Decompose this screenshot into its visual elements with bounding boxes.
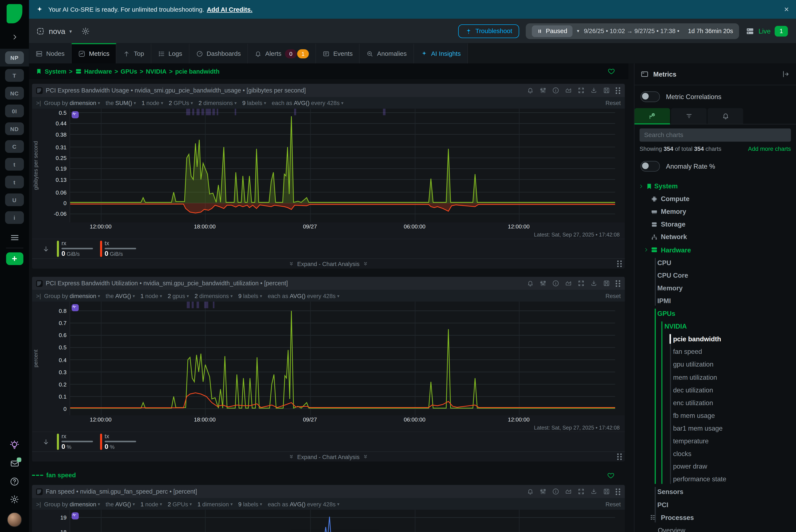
add-more-charts-link[interactable]: Add more charts bbox=[748, 146, 791, 152]
toolbar-chip[interactable]: Group by dimension▾ bbox=[44, 501, 100, 507]
chart-plot[interactable] bbox=[70, 109, 625, 222]
chart-plot[interactable]: Sat, Sep 27, 2025 • 17:42:08 bbox=[70, 510, 625, 532]
toolbar-chip[interactable]: the AVG()▾ bbox=[106, 293, 135, 299]
resize-handle-icon[interactable] bbox=[617, 454, 622, 460]
rail-node-6[interactable]: t bbox=[0, 155, 29, 173]
toolbar-chip[interactable]: 1 node▾ bbox=[142, 100, 163, 106]
toolbar-chip[interactable]: 9 labels▾ bbox=[238, 501, 262, 507]
tab-events[interactable]: Events bbox=[316, 43, 360, 63]
favorite-heart-icon[interactable] bbox=[608, 68, 615, 75]
toolbar-chip[interactable]: 2 GPUs▾ bbox=[169, 100, 193, 106]
tree-item-gpu-utilization[interactable]: gpu utilization bbox=[634, 358, 796, 371]
toolbar-chip[interactable]: the AVG()▾ bbox=[106, 501, 135, 507]
live-status[interactable]: Live 1 bbox=[746, 26, 788, 36]
tree-item-gpus[interactable]: GPUs bbox=[634, 307, 796, 320]
tree-item-network[interactable]: Network bbox=[634, 231, 796, 244]
tree-item-cpu[interactable]: CPU bbox=[634, 256, 796, 269]
reset-button[interactable]: Reset bbox=[606, 100, 621, 106]
tree-item-pcie-bandwidth[interactable]: pcie bandwidth bbox=[634, 332, 796, 345]
netdata-logo[interactable] bbox=[6, 4, 22, 23]
rail-node-0[interactable]: NP bbox=[0, 49, 29, 66]
crumb-2[interactable]: GPUs bbox=[121, 68, 137, 75]
toolbar-chip[interactable]: 9 labels▾ bbox=[238, 293, 262, 299]
rail-menu-icon[interactable] bbox=[10, 232, 20, 243]
rail-node-1[interactable]: T bbox=[0, 66, 29, 84]
tab-metrics[interactable]: Metrics bbox=[72, 43, 116, 63]
settings-icon[interactable] bbox=[10, 494, 19, 504]
toolbar-chip[interactable]: each as AVG() every 428s▾ bbox=[272, 100, 344, 106]
tree-item-dec-utilization[interactable]: dec utilization bbox=[634, 384, 796, 396]
troubleshoot-button[interactable]: Troubleshoot bbox=[458, 24, 519, 38]
tab-nodes[interactable]: Nodes bbox=[29, 43, 72, 63]
tree-item-nvidia[interactable]: NVIDIA bbox=[634, 320, 796, 332]
resize-handle-icon[interactable] bbox=[617, 261, 622, 267]
section-fan-speed[interactable]: fan speed bbox=[32, 469, 625, 482]
tree-item-clocks[interactable]: clocks bbox=[634, 448, 796, 460]
tree-item-power-draw[interactable]: power draw bbox=[634, 460, 796, 473]
collapse-sidebar-icon[interactable] bbox=[782, 70, 790, 78]
rail-node-8[interactable]: U bbox=[0, 191, 29, 209]
tree-item-system[interactable]: System bbox=[634, 180, 796, 192]
tree-item-temperature[interactable]: temperature bbox=[634, 435, 796, 448]
tab-ai-insights[interactable]: AI Insights bbox=[414, 43, 468, 63]
workspace-settings-icon[interactable] bbox=[81, 27, 90, 35]
chevron-right-icon[interactable] bbox=[644, 247, 649, 252]
toolbar-chip[interactable]: 1 dimension▾ bbox=[198, 501, 233, 507]
favorite-heart-icon[interactable] bbox=[607, 472, 614, 479]
paused-pill[interactable]: Paused bbox=[532, 25, 572, 37]
tree-item-overview[interactable]: Overview bbox=[634, 524, 796, 532]
rail-node-2[interactable]: NC bbox=[0, 84, 29, 102]
anomaly-badge-icon[interactable] bbox=[72, 512, 79, 519]
tree-item-memory[interactable]: Memory bbox=[634, 282, 796, 294]
legend-sort-icon[interactable] bbox=[42, 438, 50, 446]
expand-rail-icon[interactable] bbox=[11, 33, 18, 42]
tab-dashboards[interactable]: Dashboards bbox=[189, 43, 248, 63]
toolbar-chip[interactable]: 9 labels▾ bbox=[242, 100, 266, 106]
crumb-3[interactable]: NVIDIA bbox=[146, 68, 166, 75]
whats-new-icon[interactable] bbox=[9, 440, 20, 450]
banner-close-icon[interactable]: × bbox=[784, 5, 789, 13]
tree-item-enc-utilization[interactable]: enc utilization bbox=[634, 396, 796, 409]
toolbar-chip[interactable]: each as AVG() every 428s▾ bbox=[268, 293, 339, 299]
toolbar-chip[interactable]: 2 dimensions▾ bbox=[199, 100, 237, 106]
chart-plot[interactable] bbox=[70, 302, 625, 415]
chevron-right-icon[interactable] bbox=[638, 184, 644, 189]
crumb-1[interactable]: Hardware bbox=[84, 68, 112, 75]
anomaly-rate-toggle[interactable] bbox=[641, 161, 660, 172]
metric-correlations-toggle[interactable] bbox=[641, 91, 660, 102]
tree-item-memory[interactable]: Memory bbox=[634, 205, 796, 218]
inbox-icon[interactable] bbox=[10, 459, 20, 469]
toolbar-chip[interactable]: each as AVG() every 428s▾ bbox=[268, 501, 339, 507]
toolbar-chip[interactable]: 2 GPUs▾ bbox=[168, 501, 192, 507]
drag-handle-icon[interactable] bbox=[616, 280, 621, 287]
sidebar-tab-filters[interactable] bbox=[671, 108, 707, 124]
tree-item-mem-utilization[interactable]: mem utilization bbox=[634, 371, 796, 384]
tree-item-sensors[interactable]: Sensors bbox=[634, 486, 796, 498]
toolbar-chip[interactable]: Group by dimension▾ bbox=[44, 100, 100, 106]
tree-item-processes[interactable]: Processes bbox=[634, 511, 796, 524]
legend-sort-icon[interactable] bbox=[42, 245, 50, 253]
toolbar-chip[interactable]: 1 node▾ bbox=[141, 293, 162, 299]
chart-type-icon[interactable] bbox=[36, 488, 43, 495]
legend-dim-tx[interactable]: tx0GiB/s bbox=[100, 241, 136, 257]
add-node-button[interactable]: + bbox=[6, 252, 23, 265]
tree-item-storage[interactable]: Storage bbox=[634, 218, 796, 231]
tree-item-ipmi[interactable]: IPMI bbox=[634, 294, 796, 307]
tree-item-pci[interactable]: PCI bbox=[634, 498, 796, 511]
tree-item-cpu-core[interactable]: CPU Core bbox=[634, 269, 796, 282]
tree-item-compute[interactable]: Compute bbox=[634, 192, 796, 205]
toolbar-chip[interactable]: the SUM()▾ bbox=[106, 100, 136, 106]
toolbar-chip[interactable]: 2 dimensions▾ bbox=[195, 293, 233, 299]
rail-node-9[interactable]: i bbox=[0, 209, 29, 227]
reset-button[interactable]: Reset bbox=[606, 501, 621, 507]
sidebar-tab-alerts[interactable] bbox=[707, 108, 743, 124]
reset-button[interactable]: Reset bbox=[606, 293, 621, 299]
workspace-switcher[interactable]: nova ▾ bbox=[36, 27, 90, 35]
toolbar-chip[interactable]: 1 node▾ bbox=[141, 501, 162, 507]
legend-dim-tx[interactable]: tx0% bbox=[100, 434, 136, 450]
tree-item-fb-mem-usage[interactable]: fb mem usage bbox=[634, 409, 796, 422]
toolbar-chip[interactable]: 2 gpus▾ bbox=[168, 293, 189, 299]
legend-dim-rx[interactable]: rx0GiB/s bbox=[57, 241, 93, 257]
anomaly-badge-icon[interactable] bbox=[72, 304, 79, 311]
sidebar-tab-charts[interactable] bbox=[634, 108, 670, 124]
